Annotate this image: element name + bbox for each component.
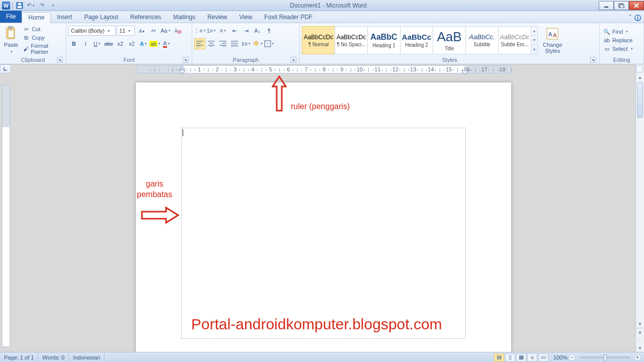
- status-words[interactable]: Words: 0: [38, 352, 69, 362]
- font-color-icon[interactable]: A▾: [161, 38, 172, 49]
- status-page[interactable]: Page: 1 of 1: [0, 352, 38, 362]
- bold-icon[interactable]: B: [68, 38, 79, 49]
- zoom-level[interactable]: 100%: [553, 354, 568, 360]
- redo-icon[interactable]: ↷: [37, 1, 47, 10]
- references-tab[interactable]: References: [124, 12, 167, 23]
- style-subtitle[interactable]: AaBbCc.Subtitle: [465, 26, 499, 54]
- minimize-button[interactable]: [599, 1, 614, 10]
- shrink-font-icon[interactable]: A▾: [148, 25, 159, 36]
- copy-button[interactable]: ⧉Copy: [21, 34, 64, 42]
- decrease-indent-icon[interactable]: ⇤: [229, 25, 240, 36]
- styles-launcher-icon[interactable]: ⬊: [590, 57, 596, 63]
- superscript-icon[interactable]: x2: [126, 38, 137, 49]
- style-no-spacing[interactable]: AaBbCcDc¶ No Spaci...: [335, 26, 368, 54]
- change-case-icon[interactable]: Aa▾: [160, 25, 171, 36]
- draft-view-icon[interactable]: ▭: [538, 353, 548, 361]
- undo-icon[interactable]: ↶▾: [26, 1, 36, 10]
- styles-gallery-more[interactable]: ▴▾▾: [531, 26, 538, 54]
- styles-gallery[interactable]: AaBbCcDc¶ Normal AaBbCcDc¶ No Spaci... A…: [302, 26, 538, 54]
- svg-text:A: A: [553, 32, 557, 38]
- grow-font-icon[interactable]: A▴: [136, 25, 147, 36]
- indent-marker-icon[interactable]: [179, 65, 185, 74]
- clipboard-launcher-icon[interactable]: ⬊: [57, 57, 63, 63]
- ruler-toggle-icon[interactable]: [636, 65, 643, 72]
- zoom-in-button[interactable]: +: [634, 354, 641, 361]
- qat-customize-icon[interactable]: ▾: [48, 1, 58, 10]
- svg-marker-96: [180, 70, 185, 74]
- find-button[interactable]: 🔍Find▾: [602, 28, 634, 36]
- style-heading1[interactable]: AaBbCHeading 1: [367, 26, 400, 54]
- svg-text:18: 18: [499, 66, 505, 72]
- align-right-icon[interactable]: [217, 38, 228, 49]
- style-normal[interactable]: AaBbCcDc¶ Normal: [302, 26, 335, 54]
- underline-icon[interactable]: U▾: [92, 38, 103, 49]
- align-left-icon[interactable]: [194, 38, 205, 49]
- right-indent-marker-icon[interactable]: [462, 70, 468, 75]
- review-tab[interactable]: Review: [201, 12, 233, 23]
- clear-formatting-icon[interactable]: A: [172, 25, 183, 36]
- web-layout-view-icon[interactable]: ▦: [516, 353, 526, 361]
- scroll-thumb[interactable]: [637, 82, 643, 118]
- mailings-tab[interactable]: Mailings: [167, 12, 201, 23]
- maximize-button[interactable]: [614, 1, 629, 10]
- font-launcher-icon[interactable]: ⬊: [183, 57, 189, 63]
- insert-tab[interactable]: Insert: [51, 12, 78, 23]
- svg-rect-10: [178, 31, 181, 33]
- foxit-tab[interactable]: Foxit Reader PDF: [258, 12, 318, 23]
- format-painter-button[interactable]: 🖌Format Painter: [21, 42, 64, 55]
- scroll-up-icon[interactable]: ▲: [636, 73, 644, 81]
- italic-icon[interactable]: I: [80, 38, 91, 49]
- select-button[interactable]: ▭Select▾: [602, 45, 634, 53]
- tab-selector[interactable]: [0, 64, 11, 73]
- replace-button[interactable]: abReplace: [602, 36, 634, 44]
- strikethrough-icon[interactable]: abc: [103, 38, 114, 49]
- increase-indent-icon[interactable]: ⇥: [240, 25, 252, 36]
- vertical-ruler[interactable]: [2, 84, 10, 347]
- shading-icon[interactable]: ▾: [252, 38, 263, 49]
- style-subtle-em[interactable]: AaBbCcDcSubtle Em...: [498, 26, 531, 54]
- paragraph-launcher-icon[interactable]: ⬊: [290, 57, 296, 63]
- bullets-icon[interactable]: ⋮≡▾: [194, 25, 205, 36]
- style-heading2[interactable]: AaBbCcHeading 2: [400, 26, 433, 54]
- prev-page-icon[interactable]: ▲: [636, 328, 644, 336]
- horizontal-ruler[interactable]: 123456789101112131415161718: [136, 65, 511, 73]
- change-styles-button[interactable]: AA Change Styles: [541, 26, 565, 55]
- print-layout-view-icon[interactable]: ▤: [494, 353, 504, 361]
- cut-button[interactable]: ✂Cut: [21, 25, 64, 33]
- zoom-slider-knob[interactable]: [604, 354, 607, 360]
- line-spacing-icon[interactable]: ‡≡▾: [240, 38, 252, 49]
- status-language[interactable]: Indonesian: [69, 352, 105, 362]
- show-marks-icon[interactable]: ¶: [264, 25, 275, 36]
- highlight-icon[interactable]: ab▾: [149, 38, 160, 49]
- view-tab[interactable]: View: [233, 12, 259, 23]
- scroll-down-icon[interactable]: ▼: [636, 320, 644, 328]
- font-size-combo[interactable]: 11▾: [117, 26, 135, 36]
- paste-button[interactable]: Paste▾: [2, 26, 20, 55]
- outline-view-icon[interactable]: ≡: [527, 353, 537, 361]
- close-button[interactable]: [629, 1, 644, 10]
- zoom-slider[interactable]: [580, 356, 630, 358]
- zoom-out-button[interactable]: −: [569, 354, 576, 361]
- home-tab[interactable]: Home: [22, 12, 51, 23]
- style-title[interactable]: AaBTitle: [433, 26, 466, 54]
- page-layout-tab[interactable]: Page Layout: [78, 12, 124, 23]
- browse-object-icon[interactable]: ◦: [636, 336, 644, 344]
- text-effects-icon[interactable]: A▾: [138, 38, 149, 49]
- save-icon[interactable]: [15, 1, 25, 10]
- ribbon-minimize-icon[interactable]: ˇ: [629, 14, 631, 23]
- numbering-icon[interactable]: 1≡▾: [206, 25, 217, 36]
- word-icon[interactable]: W: [2, 2, 10, 10]
- vertical-scrollbar[interactable]: ▲ ▼ ▲ ◦ ▼: [635, 64, 644, 352]
- help-icon[interactable]: ⓘ: [634, 14, 641, 23]
- align-center-icon[interactable]: [206, 38, 217, 49]
- title-bar: W ↶▾ ↷ ▾ Document1 - Microsoft Word: [0, 0, 644, 11]
- justify-icon[interactable]: [229, 38, 240, 49]
- file-tab[interactable]: File: [0, 11, 22, 23]
- next-page-icon[interactable]: ▼: [636, 344, 644, 352]
- sort-icon[interactable]: A↓: [252, 25, 263, 36]
- multilevel-icon[interactable]: ≡▾: [217, 25, 228, 36]
- subscript-icon[interactable]: x2: [115, 38, 126, 49]
- font-name-combo[interactable]: Calibri (Body)▾: [68, 26, 116, 36]
- borders-icon[interactable]: ▾: [264, 38, 275, 49]
- fullscreen-view-icon[interactable]: ▯: [505, 353, 515, 361]
